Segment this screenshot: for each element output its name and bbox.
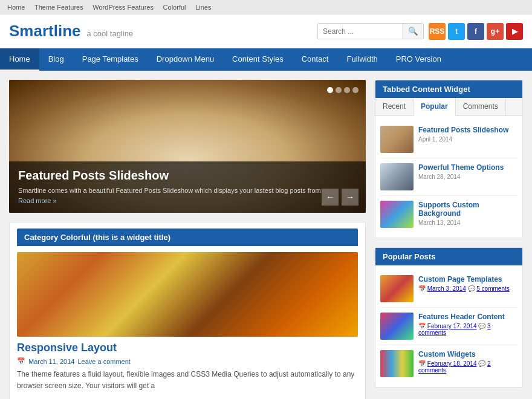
popular-posts-list: Custom Page Templates 📅 March 3, 2014 💬 …	[375, 265, 522, 387]
social-icons: RSS t f g+ ▶	[429, 23, 523, 40]
sidebar-thumb-cw	[380, 350, 414, 377]
sidebar-post-fhc: Features Header Content 📅 February 17, 2…	[380, 308, 517, 345]
nav-dropdown-menu[interactable]: Dropdown Menu	[148, 48, 223, 71]
content-area: Featured Posts Slideshow Smartline comes…	[0, 71, 532, 399]
sidebar-post-info-cw: Custom Widgets 📅 February 18, 2014 💬 2 c…	[418, 350, 517, 374]
rss-icon[interactable]: RSS	[429, 23, 446, 40]
sidebar-post-custom-bg: Supports Custom Background March 13, 201…	[380, 196, 517, 233]
site-title[interactable]: Smartline	[9, 22, 81, 41]
slideshow-read-more[interactable]: Read more »	[18, 197, 57, 204]
main-posts-section: Category Colorful (this is a widget titl…	[9, 222, 366, 399]
tab-popular[interactable]: Popular	[414, 98, 456, 116]
nav-contact[interactable]: Contact	[293, 48, 338, 71]
sidebar-thumb-slideshow	[380, 126, 414, 153]
site-header: Smartline a cool tagline 🔍 RSS t f g+ ▶	[0, 15, 532, 48]
colorful3-thumb	[380, 201, 414, 228]
popular-posts-title: Popular Posts	[375, 248, 522, 265]
sidebar-post-info-slideshow: Featured Posts Slideshow April 1, 2014	[418, 126, 517, 143]
sidebar-post-date-cw: 📅 February 18, 2014 💬 2 comments	[418, 360, 517, 374]
topnav-lines[interactable]: Lines	[195, 4, 211, 11]
slideshow-navigation: ← →	[322, 189, 358, 206]
sidebar-post-title-cw[interactable]: Custom Widgets	[418, 350, 517, 358]
sidebar-post-title-theme-options[interactable]: Powerful Theme Options	[418, 163, 517, 172]
nav-content-styles[interactable]: Content Styles	[223, 48, 293, 71]
sidebar-post-date-theme-options: March 28, 2014	[418, 174, 517, 180]
slideshow-prev-button[interactable]: ←	[322, 189, 339, 206]
book-thumb	[380, 126, 414, 153]
dot-4[interactable]	[352, 87, 358, 93]
sidebar-post-date-slideshow: April 1, 2014	[418, 136, 517, 143]
tab-recent[interactable]: Recent	[375, 98, 414, 115]
sidebar-post-info-custom-bg: Supports Custom Background March 13, 201…	[418, 201, 517, 226]
sidebar-post-title-fhc[interactable]: Features Header Content	[418, 313, 517, 321]
slideshow-overlay: Featured Posts Slideshow Smartline comes…	[9, 161, 366, 213]
sidebar-post-date-cpt: 📅 March 3, 2014 💬 5 comments	[418, 285, 517, 292]
tabbed-posts-list: Featured Posts Slideshow April 1, 2014 P…	[375, 116, 522, 238]
topnav-theme-features[interactable]: Theme Features	[34, 4, 83, 11]
topnav-wordpress-features[interactable]: WordPress Features	[92, 4, 154, 11]
sidebar: Tabbed Content Widget Recent Popular Com…	[375, 80, 523, 399]
big-post-description: The theme features a fluid layout, flexi…	[17, 369, 358, 392]
calendar-icon: 📅	[17, 357, 25, 365]
popular-posts-widget: Popular Posts Custom Page Templates 📅 Ma…	[375, 247, 523, 388]
big-featured-post: Responsive Layout 📅 March 11, 2014 Leave…	[17, 252, 358, 392]
site-tagline: a cool tagline	[87, 29, 134, 38]
big-post-meta: 📅 March 11, 2014 Leave a comment	[17, 357, 358, 365]
topnav-colorful[interactable]: Colorful	[163, 4, 186, 11]
nav-page-templates[interactable]: Page Templates	[73, 48, 148, 71]
nav-home[interactable]: Home	[0, 48, 39, 71]
sidebar-thumb-theme-options	[380, 163, 414, 190]
comment-icon: 💬	[478, 360, 485, 367]
sidebar-post-date-fhc: 📅 February 17, 2014 💬 3 comments	[418, 323, 517, 336]
dot-2[interactable]	[336, 87, 342, 93]
top-navigation: Home Theme Features WordPress Features C…	[0, 0, 532, 15]
youtube-icon[interactable]: ▶	[506, 23, 523, 40]
sidebar-post-cw: Custom Widgets 📅 February 18, 2014 💬 2 c…	[380, 345, 517, 382]
dot-1[interactable]	[327, 87, 333, 93]
tabbed-widget-title: Tabbed Content Widget	[375, 80, 522, 98]
sidebar-post-slideshow: Featured Posts Slideshow April 1, 2014	[380, 121, 517, 158]
sidebar-post-date-custom-bg: March 13, 2014	[418, 219, 517, 226]
glasses-thumb	[380, 163, 414, 190]
calendar-icon: 📅	[418, 360, 426, 367]
big-post-title[interactable]: Responsive Layout	[17, 342, 358, 354]
google-plus-icon[interactable]: g+	[487, 23, 504, 40]
big-post-thumbnail	[17, 252, 358, 337]
dot-3[interactable]	[344, 87, 350, 93]
nav-pro-version[interactable]: PRO Version	[387, 48, 450, 71]
sidebar-thumb-cpt	[380, 275, 414, 302]
sidebar-post-info-theme-options: Powerful Theme Options March 28, 2014	[418, 163, 517, 180]
facebook-icon[interactable]: f	[467, 23, 484, 40]
featured-slideshow: Featured Posts Slideshow Smartline comes…	[9, 80, 366, 213]
sp-date-cw[interactable]: February 18, 2014	[427, 360, 477, 367]
sidebar-post-title-custom-bg[interactable]: Supports Custom Background	[418, 201, 517, 218]
calendar-icon: 📅	[418, 323, 426, 329]
main-navigation: Home Blog Page Templates Dropdown Menu C…	[0, 48, 532, 71]
nav-blog[interactable]: Blog	[39, 48, 73, 71]
sidebar-thumb-custom-bg	[380, 201, 414, 228]
sidebar-post-title-slideshow[interactable]: Featured Posts Slideshow	[418, 126, 517, 134]
search-input[interactable]	[318, 24, 403, 39]
sp-comments-cpt[interactable]: 5 comments	[476, 285, 509, 292]
slideshow-title: Featured Posts Slideshow	[18, 169, 357, 183]
sp-lights-thumb	[380, 313, 414, 340]
search-box: 🔍	[317, 23, 424, 39]
slideshow-dots	[327, 87, 358, 93]
sp-date-cpt[interactable]: March 3, 2014	[427, 285, 466, 292]
big-post-comment-link[interactable]: Leave a comment	[77, 358, 130, 365]
sidebar-post-info-fhc: Features Header Content 📅 February 17, 2…	[418, 313, 517, 336]
slideshow-next-button[interactable]: →	[342, 189, 358, 206]
header-tools: 🔍 RSS t f g+ ▶	[317, 23, 523, 40]
sp-date-fhc[interactable]: February 17, 2014	[427, 323, 477, 329]
sidebar-post-title-cpt[interactable]: Custom Page Templates	[418, 275, 517, 284]
tab-comments[interactable]: Comments	[456, 98, 506, 115]
big-post-date[interactable]: March 11, 2014	[28, 358, 74, 365]
twitter-icon[interactable]: t	[448, 23, 465, 40]
widget-tabs: Recent Popular Comments	[375, 98, 522, 116]
nav-fullwidth[interactable]: Fullwidth	[337, 48, 386, 71]
search-button[interactable]: 🔍	[403, 24, 423, 39]
sp-colorful-thumb	[380, 275, 414, 302]
slideshow-description: Smartline comes with a beautiful Feature…	[18, 186, 357, 206]
topnav-home[interactable]: Home	[7, 4, 25, 11]
sidebar-post-cpt: Custom Page Templates 📅 March 3, 2014 💬 …	[380, 270, 517, 308]
